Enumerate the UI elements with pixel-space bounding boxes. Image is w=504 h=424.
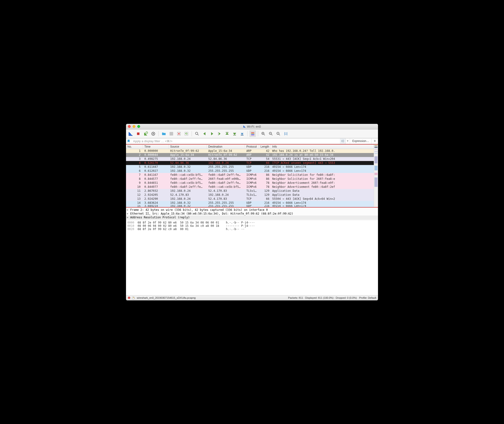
capture-filename[interactable]: wireshark_en0_20190307154615_sDXUAs.pcap… [137,296,196,299]
go-back-button[interactable] [201,131,208,137]
disclosure-triangle-icon[interactable]: ▶ [127,212,129,215]
packet-row[interactable]: 143.683624192.168.0.32255.255.255.255UDP… [126,201,374,205]
cell: [TCP ACKed unseen segment] 443 → 5553 [271,161,374,164]
column-header-protocol[interactable]: Protocol [245,144,259,149]
hex-line[interactable]: 0020 68 8f 2e 0f 99 62 c0 a8 00 01 h.·.·… [127,228,377,231]
go-to-packet-button[interactable] [216,131,223,137]
filter-bookmark-button[interactable] [126,138,131,144]
packet-row[interactable]: 50.611447192.168.0.32255.255.255.255UDP2… [126,165,374,169]
add-filter-button[interactable]: + [371,138,378,144]
save-file-button[interactable] [168,131,175,137]
disclosure-triangle-icon[interactable]: ▶ [127,216,129,218]
column-header-destination[interactable]: Destination [207,144,245,149]
cell: 52.84.86.36 [169,161,207,164]
packet-row[interactable]: 90.844651fe80::ca6:ce5b:bf5…fe80::6a8f:2… [126,181,374,185]
cell: 4 [126,161,143,164]
minimize-window-button[interactable] [133,125,135,128]
packet-row[interactable]: 112.867032192.168.0.2452.4.170.83TLSv1…1… [126,189,374,193]
detail-tree-item[interactable]: ▶Frame 2: 42 bytes on wire (336 bits), 4… [126,208,378,212]
packet-row[interactable]: 153.684214192.168.0.32255.255.255.255UDP… [126,205,374,207]
packet-table-header[interactable]: No. Time Source Destination Protocol Len… [126,144,374,149]
packet-row[interactable]: 122.92420552.4.170.83192.168.0.24TLSv1…1… [126,193,374,197]
zoom-reset-button[interactable]: 1:1 [275,131,282,137]
cell: Who has 192.168.0.24? Tell 192.168.0. [271,149,374,153]
column-header-no[interactable]: No. [126,144,143,149]
packet-row[interactable]: 70.841167fe80::ca6:ce5b:bf5…fe80::6a8f:2… [126,173,374,177]
packet-row[interactable]: 60.612027192.168.0.32255.255.255.255UDP2… [126,169,374,173]
filter-apply-button[interactable] [340,138,346,144]
resize-columns-button[interactable] [283,131,289,137]
cell: 13 [126,197,143,200]
svg-line-16 [198,134,199,135]
hex-ascii: h.·.·b·· P·j4···· [223,221,255,224]
cell: 0.841167 [143,173,169,176]
cell: TCP [245,161,259,164]
go-first-packet-button[interactable] [224,131,230,137]
column-header-length[interactable]: Length [259,144,271,149]
column-header-source[interactable]: Source [169,144,207,149]
find-packet-button[interactable] [194,131,200,137]
intelligent-scrollbar[interactable] [374,144,378,207]
expert-info-button[interactable] [128,297,130,299]
titlebar[interactable]: Wi-Fi: en0 [126,124,378,130]
cell: 9 [126,181,143,185]
detail-tree-item[interactable]: ▶Address Resolution Protocol (reply) [126,216,378,219]
detail-tree-item[interactable]: ▶Ethernet II, Src: Apple_15:6a:34 (80:e6… [126,212,378,216]
cell: 0.844577 [143,177,169,181]
zoom-in-button[interactable] [260,131,267,137]
edit-capture-comment-button[interactable] [132,296,135,299]
packet-row[interactable]: 30.498275192.168.0.2452.84.86.36TCP54555… [126,157,374,161]
reload-file-button[interactable] [183,131,190,137]
column-header-info[interactable]: Info [271,144,374,149]
hex-line[interactable]: 0000 68 8f 2e 0f 99 62 80 e6 50 15 6a 34… [127,221,377,224]
hex-line[interactable]: 0010 08 00 06 04 00 02 80 e6 50 15 6a 34… [127,224,377,228]
column-header-time[interactable]: Time [143,144,169,149]
restart-capture-button[interactable] [143,131,149,137]
disclosure-triangle-icon[interactable]: ▶ [127,208,129,211]
cell: Neighbor Solicitation for fe80::6a8f: [271,173,374,176]
go-last-packet-button[interactable] [231,131,238,137]
stop-capture-button[interactable] [135,131,142,137]
cell: 192.168.0.32 [169,169,207,173]
cell: 5 [126,165,143,168]
cell: 15 [126,205,143,207]
filter-history-dropdown[interactable] [346,138,350,144]
toolbar-separator [258,131,258,136]
cell: 49154 → 6666 Len=174 [271,165,374,168]
display-filter-input[interactable] [131,138,340,144]
cell: 192.168.0.24 [169,157,207,161]
window-title-text: Wi-Fi: en0 [247,125,261,128]
packet-row[interactable]: 20.000044Apple_15:6a:34HitronTe_0f:99:62… [126,153,374,157]
cell: 0.000044 [143,153,169,156]
cell: ICMPv6 [245,177,259,181]
expression-button[interactable]: Expression… [350,138,371,144]
packet-row[interactable]: 80.844577fe80::6a8f:2eff:fe…2607:fea8:e9… [126,177,374,181]
cell: fe80::ca6:ce5b:bf5… [207,185,245,188]
profile-label[interactable]: Profile: Default [359,296,376,299]
close-file-button[interactable] [176,131,182,137]
zoom-out-button[interactable] [268,131,274,137]
wireshark-logo-icon[interactable] [127,131,134,137]
go-forward-button[interactable] [209,131,215,137]
packet-row[interactable]: 40.52617052.84.86.36192.168.0.24TCP66[TC… [126,161,374,165]
packet-row[interactable]: 100.844977fe80::6a8f:2eff:fe…fe80::ca6:c… [126,185,374,189]
close-window-button[interactable] [128,125,131,128]
open-file-button[interactable] [161,131,167,137]
cell: 78 [259,181,271,185]
cell: 0.844977 [143,185,169,188]
cell: 2.867032 [143,189,169,193]
packet-row[interactable]: 132.924290192.168.0.2452.4.170.83TCP6655… [126,197,374,201]
cell: 2.924205 [143,193,169,196]
detail-text: Address Resolution Protocol (reply) [130,216,190,219]
capture-options-button[interactable] [150,131,156,137]
colorize-button[interactable] [249,131,256,137]
cell: Apple_15:6a:34 [207,149,245,153]
toolbar-separator [247,131,248,136]
cell: 12 [126,193,143,196]
zoom-window-button[interactable] [137,125,140,128]
cell: HitronTe_0f:99:62 [169,149,207,153]
cell: 0.611447 [143,165,169,168]
packet-row[interactable]: 10.000000HitronTe_0f:99:62Apple_15:6a:34… [126,149,374,153]
packet-bytes-pane[interactable]: 0000 68 8f 2e 0f 99 62 80 e6 50 15 6a 34… [126,220,378,295]
auto-scroll-button[interactable] [239,131,245,137]
